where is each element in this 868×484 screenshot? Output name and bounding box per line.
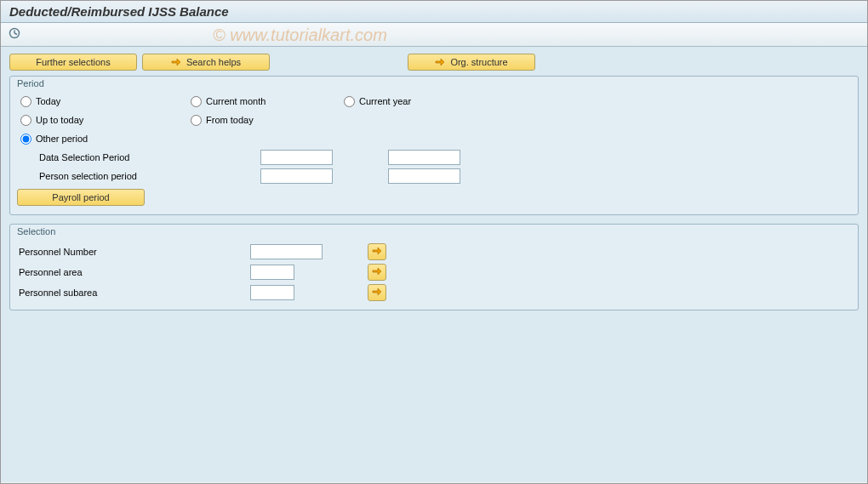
personnel-number-input[interactable] <box>250 244 323 259</box>
person-selection-period-label: Person selection period <box>39 171 260 181</box>
arrow-right-icon <box>372 246 382 259</box>
search-helps-label: Search helps <box>186 57 241 67</box>
period-legend: Period <box>10 77 858 92</box>
period-group: Period Today Current month Current year <box>9 76 859 215</box>
radio-other-period[interactable]: Other period <box>20 134 191 145</box>
data-selection-from-input[interactable] <box>260 150 333 165</box>
person-selection-to-input[interactable] <box>388 168 460 184</box>
arrow-right-icon <box>372 287 382 299</box>
radio-up-to-today-label: Up to today <box>36 115 83 125</box>
radio-today[interactable]: Today <box>20 96 191 107</box>
person-selection-from-input[interactable] <box>260 168 333 184</box>
radio-from-today[interactable]: From today <box>191 115 344 126</box>
payroll-period-label: Payroll period <box>52 192 109 202</box>
org-structure-label: Org. structure <box>450 57 507 67</box>
arrow-right-icon <box>435 57 445 67</box>
arrow-right-icon <box>372 266 382 279</box>
content-area: Further selections Search helps Org. str… <box>1 47 867 482</box>
further-selections-label: Further selections <box>36 57 110 67</box>
personnel-area-input[interactable] <box>250 265 294 280</box>
personnel-number-label: Personnel Number <box>19 247 247 257</box>
top-button-row: Further selections Search helps Org. str… <box>9 54 859 71</box>
radio-up-to-today[interactable]: Up to today <box>20 115 191 126</box>
selection-group: Selection Personnel Number Personnel are… <box>9 224 859 310</box>
further-selections-button[interactable]: Further selections <box>9 54 137 71</box>
radio-current-month-label: Current month <box>206 96 266 106</box>
to-label: To <box>333 171 388 181</box>
personnel-subarea-input[interactable] <box>250 285 294 300</box>
radio-current-year-label: Current year <box>359 96 411 106</box>
radio-current-year[interactable]: Current year <box>344 96 514 107</box>
app-toolbar <box>1 23 867 47</box>
data-selection-to-input[interactable] <box>388 150 460 165</box>
personnel-area-label: Personnel area <box>19 267 247 277</box>
arrow-right-icon <box>171 57 181 67</box>
personnel-area-multi-button[interactable] <box>368 264 386 281</box>
radio-today-label: Today <box>36 96 60 106</box>
search-helps-button[interactable]: Search helps <box>142 54 270 71</box>
personnel-subarea-multi-button[interactable] <box>368 284 386 301</box>
radio-current-month[interactable]: Current month <box>191 96 344 107</box>
personnel-subarea-label: Personnel subarea <box>19 288 247 298</box>
execute-icon[interactable] <box>8 26 21 40</box>
selection-legend: Selection <box>10 225 858 240</box>
page-title: Deducted/Reimbursed IJSS Balance <box>1 1 867 23</box>
personnel-number-multi-button[interactable] <box>368 243 386 260</box>
to-label: To <box>333 152 388 162</box>
data-selection-period-label: Data Selection Period <box>39 152 260 162</box>
payroll-period-button[interactable]: Payroll period <box>17 189 145 206</box>
org-structure-button[interactable]: Org. structure <box>408 54 535 71</box>
radio-from-today-label: From today <box>206 115 254 125</box>
radio-other-period-label: Other period <box>36 134 88 144</box>
svg-line-2 <box>14 33 17 35</box>
